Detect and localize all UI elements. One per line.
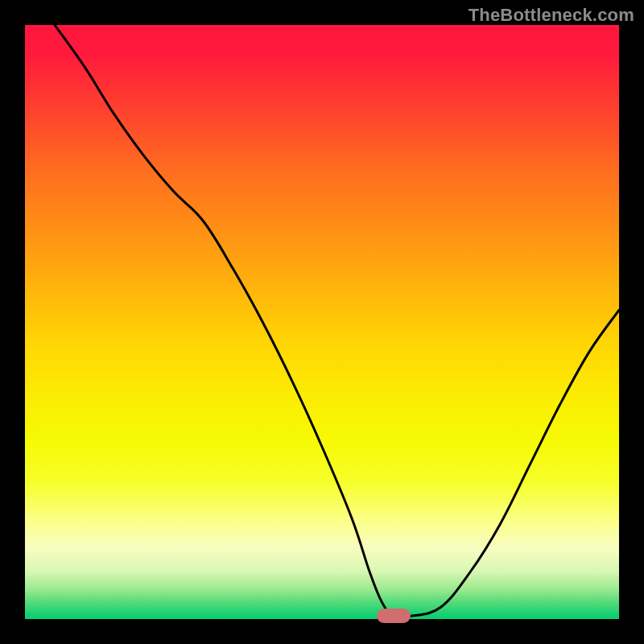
plot-area (25, 25, 619, 619)
optimal-marker (377, 609, 411, 623)
watermark-text: TheBottleneck.com (469, 5, 634, 26)
chart-frame: TheBottleneck.com (0, 0, 644, 644)
bottleneck-curve (25, 25, 619, 619)
